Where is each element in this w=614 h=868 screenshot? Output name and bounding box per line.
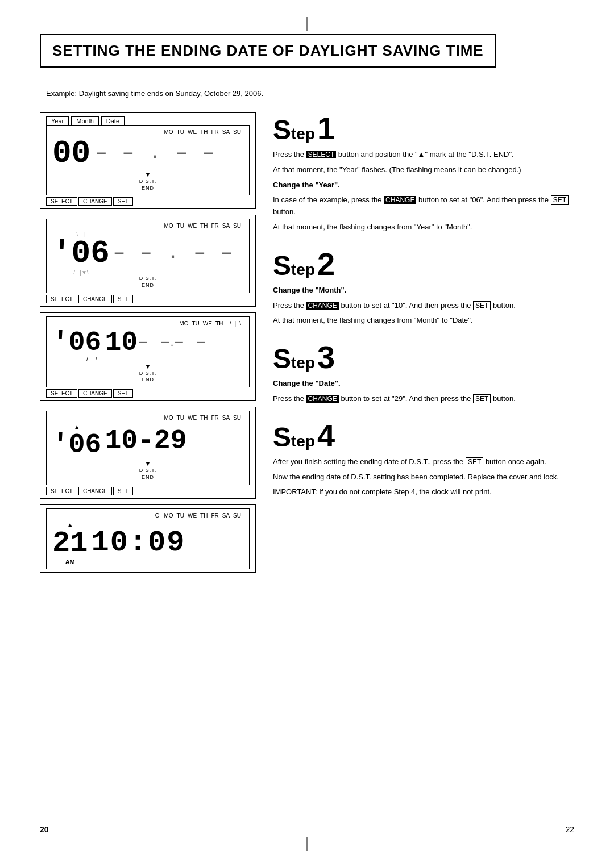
panel-3-buttons: SELECT CHANGE SET — [46, 389, 250, 398]
page-subtitle: Example: Daylight saving time ends on Su… — [40, 86, 574, 101]
panel-5-date-block: ▲ 21 AM — [52, 521, 88, 565]
step-2-heading: S tep 2 — [273, 248, 574, 280]
panel-4-change-btn: CHANGE — [78, 487, 112, 495]
crop-mark-bottom-right — [580, 834, 597, 851]
panel-5-display: ▲ 21 AM 10:09 — [52, 519, 243, 565]
tab-month: Month — [71, 116, 99, 125]
panel-1-dashes: – – . – – — [95, 143, 215, 164]
step-4-body: After you finish setting the ending date… — [273, 456, 574, 498]
panel-2-dst-label: D.S.T. END — [52, 276, 243, 289]
panel-4-weekdays: MO TU WE TH FR SA SU — [52, 415, 243, 421]
step-4-heading: S tep 4 — [273, 420, 574, 452]
panel-3-month-value: 10 — [105, 329, 138, 356]
panel-3-display: '06 10 – – . – – — [52, 327, 243, 356]
panel-1-year-value: 00 — [52, 137, 90, 169]
lcd-panel-3: MO TU WE TH / | \ '06 10 – — [40, 312, 256, 401]
panel-5-time-value: 10:09 — [91, 528, 185, 558]
panel-5-weekdays: O MO TU WE TH FR SA SU — [52, 512, 243, 519]
step-4-section: S tep 4 After you finish setting the end… — [273, 420, 574, 502]
panel-2-change-btn: CHANGE — [78, 295, 112, 303]
crop-mark-top-left — [17, 17, 34, 34]
panel-4-display: ▲ '06 10-29 — [52, 421, 243, 458]
step-1-heading: S tep 1 — [273, 112, 574, 144]
lcd-panels-column: Year Month Date MO TU WE TH FR SA SU — [40, 112, 256, 578]
step-3-section: S tep 3 Change the "Date". Press the CHA… — [273, 341, 574, 408]
step-3-body: Change the "Date". Press the CHANGE butt… — [273, 378, 574, 405]
panel-3-dst-label: D.S.T. END — [52, 370, 243, 383]
tab-year: Year — [46, 116, 69, 125]
panel-3-select-btn: SELECT — [46, 389, 77, 398]
panel-1-buttons: SELECT CHANGE SET — [46, 197, 250, 206]
panel-4-year-value: '06 — [52, 431, 101, 458]
panel-5-am-label: AM — [65, 558, 75, 565]
tab-date: Date — [101, 116, 125, 125]
panel-2-dashes: – – . – – — [113, 243, 234, 264]
panel-3-month-area: 10 – – . – – — [105, 329, 206, 356]
panel-3-change-btn: CHANGE — [78, 389, 112, 398]
step-2-section: S tep 2 Change the "Month". Press the CH… — [273, 248, 574, 330]
panel-5-date-value: 21 — [52, 529, 88, 558]
panel-4-dst-label: D.S.T. END — [52, 468, 243, 481]
page-number-left: 20 — [40, 825, 49, 834]
panel-3-year-value: '06 — [52, 329, 101, 356]
panel-1-change-btn: CHANGE — [78, 197, 112, 206]
step-1-section: S tep 1 Press the SELECT button and posi… — [273, 112, 574, 237]
panel-1-dst-label: D.S.T. END — [52, 178, 243, 191]
crop-mark-bottom-center — [307, 837, 308, 851]
panel-4-buttons: SELECT CHANGE SET — [46, 487, 250, 495]
panel-1-tabs: Year Month Date — [46, 116, 250, 125]
page-number-right: 22 — [565, 825, 574, 834]
crop-mark-top-right — [580, 17, 597, 34]
steps-column: S tep 1 Press the SELECT button and posi… — [273, 112, 574, 513]
lcd-panel-4: MO TU WE TH FR SA SU ▲ '06 — [40, 407, 256, 498]
panel-2-weekdays: MO TU WE TH FR SA SU — [52, 223, 243, 229]
lcd-panel-1: Year Month Date MO TU WE TH FR SA SU — [40, 112, 256, 209]
panel-2-year-value: '06 — [52, 237, 110, 269]
step-3-heading: S tep 3 — [273, 341, 574, 373]
panel-4-month-date-value: 10-29 — [105, 427, 186, 454]
panel-2-select-btn: SELECT — [46, 295, 77, 303]
panel-3-weekdays: MO TU WE TH / | \ — [52, 320, 243, 327]
panel-1-display: 00 – – . – – — [52, 135, 243, 169]
panel-3-arrow-down: ▼ — [52, 362, 243, 370]
panel-1-weekdays: MO TU WE TH FR SA SU — [52, 129, 243, 135]
page-title: SETTING THE ENDING DATE OF DAYLIGHT SAVI… — [40, 34, 496, 68]
crop-mark-bottom-left — [17, 834, 34, 851]
panel-1-arrow-down: ▼ — [52, 170, 243, 178]
panel-3-dashes: – – — [138, 332, 171, 353]
panel-4-arrow-down: ▼ — [52, 460, 243, 468]
lcd-panel-2: MO TU WE TH FR SA SU \ | '06 — [40, 215, 256, 306]
panel-4-select-btn: SELECT — [46, 487, 77, 495]
step-2-body: Change the "Month". Press the CHANGE but… — [273, 285, 574, 327]
lcd-panel-5: O MO TU WE TH FR SA SU ▲ 21 — [40, 504, 256, 573]
panel-2-left: \ | '06 / |▼\ — [52, 231, 110, 276]
panel-1-select-btn: SELECT — [46, 197, 77, 206]
panel-2-set-btn: SET — [113, 295, 133, 303]
panel-2-buttons: SELECT CHANGE SET — [46, 295, 250, 303]
panel-2-display: \ | '06 / |▼\ – – . – – — [52, 229, 243, 276]
panel-4-year-block: ▲ '06 — [52, 423, 101, 458]
panel-1-set-btn: SET — [113, 197, 133, 206]
panel-4-set-btn: SET — [113, 487, 133, 495]
crop-mark-top-center — [307, 17, 308, 31]
step-1-body: Press the SELECT button and position the… — [273, 149, 574, 233]
panel-3-set-btn: SET — [113, 389, 133, 398]
